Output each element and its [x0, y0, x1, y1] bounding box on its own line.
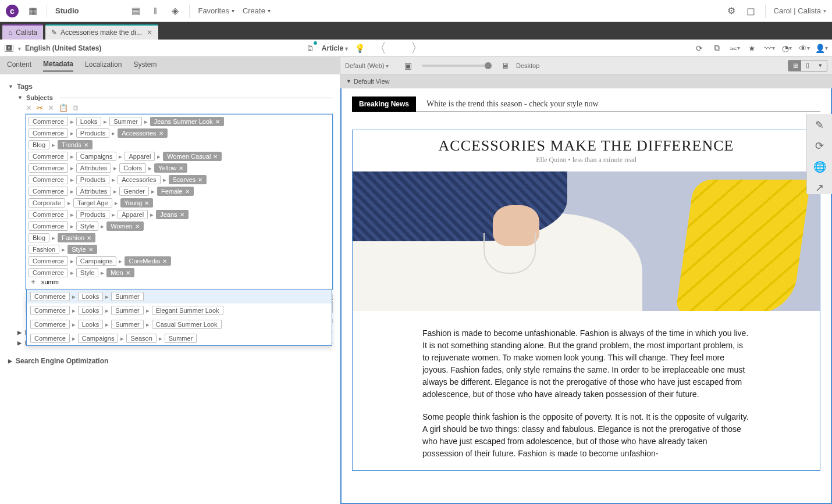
- tag-crumb[interactable]: Attributes: [76, 163, 111, 173]
- tag-crumb[interactable]: Products: [76, 175, 109, 184]
- autocomplete-row[interactable]: Commerce▸Looks▸Summer▸Casual Summer Look: [27, 317, 332, 331]
- tag-crumb[interactable]: Commerce: [29, 268, 68, 277]
- tag-leaf[interactable]: Jeans Summer Look✕: [150, 117, 224, 126]
- tag-crumb[interactable]: Commerce: [29, 152, 68, 161]
- tag-leaf[interactable]: Trends✕: [58, 140, 93, 149]
- autocomplete-row[interactable]: Commerce▸Looks▸Summer▸Elegant Summer Loo…: [27, 303, 332, 317]
- tag-crumb[interactable]: Summer: [109, 117, 142, 126]
- extra-tag-icon[interactable]: ⧉: [73, 103, 78, 113]
- library-grid-icon[interactable]: ▤: [130, 5, 141, 17]
- remove-tag-icon[interactable]: ✕: [88, 246, 93, 253]
- lightbulb-icon[interactable]: 💡: [354, 42, 365, 54]
- tag-crumb[interactable]: Looks: [78, 292, 103, 301]
- rail-share-icon[interactable]: ↗: [815, 181, 824, 194]
- tag-crumb[interactable]: Apparel: [118, 210, 148, 219]
- tab-document[interactable]: ✎ Accessories make the di... ✕: [45, 24, 158, 40]
- tag-crumb[interactable]: Summer: [111, 292, 144, 301]
- tag-crumb[interactable]: Looks: [78, 306, 103, 315]
- tag-crumb[interactable]: Commerce: [29, 210, 68, 219]
- tag-leaf[interactable]: Men✕: [106, 268, 134, 277]
- star-icon[interactable]: ★: [746, 42, 758, 54]
- tag-leaf[interactable]: Young✕: [120, 198, 154, 208]
- tag-crumb[interactable]: Fashion: [29, 245, 59, 254]
- slider-knob[interactable]: [485, 62, 492, 69]
- target-icon[interactable]: ◈: [169, 5, 181, 17]
- rail-globe-icon[interactable]: 🌐: [813, 160, 826, 173]
- tag-crumb[interactable]: Style: [76, 268, 98, 277]
- tag-crumb[interactable]: Commerce: [29, 117, 68, 126]
- tag-crumb[interactable]: Season: [126, 334, 156, 343]
- tag-crumb[interactable]: Style: [76, 221, 98, 231]
- cut-tag-icon[interactable]: ✂: [37, 103, 43, 113]
- channel-select[interactable]: Default (Web): [345, 62, 397, 69]
- tag-crumb[interactable]: Colors: [119, 163, 146, 173]
- tag-crumb[interactable]: Campaigns: [76, 256, 117, 266]
- tag-crumb[interactable]: Target Age: [73, 198, 112, 208]
- user-menu[interactable]: Carol | Calista: [774, 6, 826, 15]
- tag-crumb[interactable]: Products: [76, 128, 109, 138]
- tag-leaf[interactable]: Jeans✕: [156, 210, 188, 219]
- tag-crumb[interactable]: Commerce: [29, 256, 68, 266]
- tag-crumb[interactable]: Corporate: [29, 198, 65, 208]
- tag-crumb[interactable]: Commerce: [29, 128, 68, 138]
- open-external-icon[interactable]: ⧉: [711, 42, 723, 54]
- remove-tag-icon[interactable]: ✕: [198, 177, 202, 183]
- autocomplete-row[interactable]: Commerce▸Campaigns▸Season▸Summer: [27, 331, 332, 345]
- mode-mobile-icon[interactable]: ▯: [801, 60, 814, 71]
- inbox-icon[interactable]: ◻: [745, 5, 757, 17]
- remove-tag-icon[interactable]: ✕: [180, 212, 184, 218]
- tag-leaf[interactable]: Style✕: [67, 245, 97, 254]
- remove-tag-icon[interactable]: ✕: [215, 119, 220, 125]
- section-tags[interactable]: ▼ Tags: [8, 83, 333, 91]
- tag-crumb[interactable]: Accessories: [118, 175, 160, 184]
- preview-mode-toggle[interactable]: 🖥 ▯ ▾: [788, 60, 827, 72]
- tag-leaf[interactable]: Yellow✕: [154, 163, 187, 173]
- favorites-menu[interactable]: Favorites: [198, 6, 234, 15]
- remove-tag-icon[interactable]: ✕: [159, 130, 163, 137]
- tag-leaf[interactable]: CoreMedia✕: [125, 256, 171, 266]
- subjects-tag-editor[interactable]: Commerce▸Looks▸Summer▸Jeans Summer Look✕…: [26, 114, 333, 289]
- piechart-icon[interactable]: ◔: [781, 42, 792, 54]
- visibility-icon[interactable]: 👁: [798, 42, 810, 54]
- share-icon[interactable]: ⫘: [728, 42, 740, 54]
- mode-dropdown-icon[interactable]: ▾: [814, 60, 827, 71]
- tag-leaf[interactable]: Accessories✕: [118, 128, 167, 138]
- tag-leaf[interactable]: Women Casual✕: [163, 152, 222, 161]
- analytics-icon[interactable]: 〰: [763, 42, 775, 54]
- remove-tag-icon[interactable]: ✕: [185, 188, 190, 195]
- tag-search-input[interactable]: [40, 277, 330, 287]
- tag-leaf[interactable]: Women✕: [106, 221, 144, 231]
- close-icon[interactable]: ✕: [147, 28, 152, 37]
- tag-crumb[interactable]: Commerce: [30, 320, 70, 329]
- tag-crumb[interactable]: Commerce: [29, 163, 68, 173]
- tag-crumb[interactable]: Campaigns: [76, 152, 117, 161]
- tag-crumb[interactable]: Commerce: [30, 306, 70, 315]
- rail-edit-icon[interactable]: ✎: [815, 119, 824, 131]
- tag-crumb[interactable]: Apparel: [125, 152, 155, 161]
- remove-tag-icon[interactable]: ✕: [162, 258, 167, 264]
- autocomplete-row[interactable]: Commerce▸Looks▸Summer: [27, 289, 332, 303]
- remove-tag-icon[interactable]: ✕: [26, 103, 32, 113]
- gear-icon[interactable]: ⚙: [726, 5, 737, 17]
- subtab-system[interactable]: System: [133, 60, 157, 71]
- apps-grid-icon[interactable]: ▦: [27, 5, 38, 17]
- locale-select[interactable]: [18, 44, 20, 52]
- tag-crumb[interactable]: Summer: [111, 306, 144, 315]
- subtab-content[interactable]: Content: [7, 60, 31, 71]
- app-logo[interactable]: c: [6, 5, 19, 17]
- tag-crumb[interactable]: Summer: [165, 334, 197, 343]
- tag-crumb[interactable]: Gender: [119, 187, 149, 196]
- tab-home[interactable]: ⌂ Calista: [2, 24, 43, 40]
- tag-leaf[interactable]: Fashion✕: [58, 233, 95, 242]
- prev-doc-icon[interactable]: 〈: [371, 40, 389, 57]
- tag-crumb[interactable]: Blog: [29, 140, 49, 149]
- remove-tag-icon[interactable]: ✕: [179, 165, 183, 171]
- paste-tag-icon[interactable]: 📋: [59, 103, 68, 113]
- remove-tag-icon[interactable]: ✕: [126, 270, 130, 276]
- tag-crumb[interactable]: Commerce: [30, 334, 70, 343]
- mode-desktop-icon[interactable]: 🖥: [788, 60, 801, 71]
- library-bars-icon[interactable]: ⦀: [150, 5, 161, 17]
- persona-icon[interactable]: 👤: [816, 42, 827, 54]
- tag-leaf[interactable]: Scarves✕: [169, 175, 207, 184]
- tag-crumb[interactable]: Summer: [111, 320, 144, 329]
